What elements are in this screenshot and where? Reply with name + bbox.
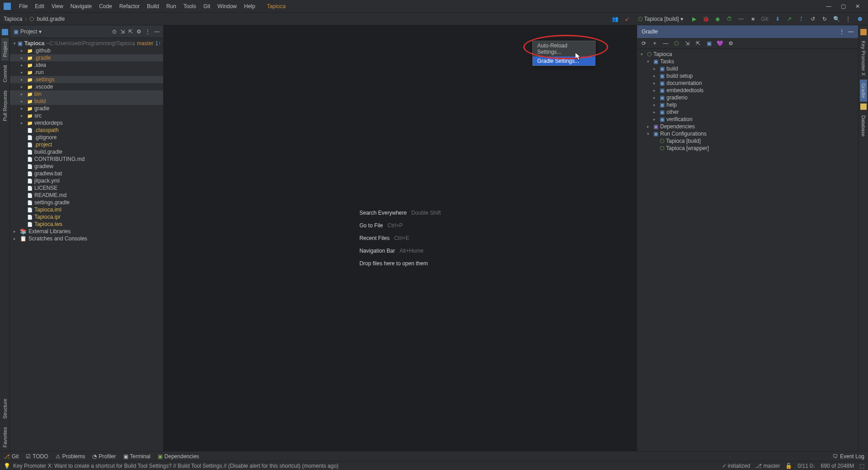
tree-item[interactable]: 📄LICENSE xyxy=(10,184,163,192)
tree-arrow-icon[interactable] xyxy=(21,99,25,103)
tree-arrow-icon[interactable] xyxy=(653,74,658,78)
gutter-gradle[interactable]: Gradle xyxy=(860,80,867,102)
settings-icon[interactable]: ⋮ xyxy=(845,15,852,23)
gutter-favorites[interactable]: Favorites xyxy=(1,423,9,451)
tree-root[interactable]: ▣ Tapioca ~C:\Users\seb\Programming\Tapi… xyxy=(10,40,163,47)
gradle-detach-icon[interactable]: — xyxy=(662,40,669,47)
run-config-selector[interactable]: ⬡ Tapioca [build] ▾ xyxy=(635,15,686,23)
tree-arrow-icon[interactable] xyxy=(14,229,18,234)
tree-arrow-icon[interactable] xyxy=(653,88,658,93)
breadcrumb-root[interactable]: Tapioca xyxy=(4,16,22,22)
tree-arrow-icon[interactable] xyxy=(21,113,25,118)
gradle-project-icon[interactable]: ▣ xyxy=(706,40,712,47)
gutter-database[interactable]: Database xyxy=(860,112,867,140)
stop-icon[interactable]: ■ xyxy=(749,15,756,23)
strip-dependencies[interactable]: ▣Dependencies xyxy=(158,453,199,460)
expand-all-icon[interactable]: ⇲ xyxy=(120,28,125,35)
tree-arrow-icon[interactable] xyxy=(14,236,18,241)
panel-hide-icon[interactable]: — xyxy=(154,28,160,35)
tree-arrow-icon[interactable] xyxy=(653,117,658,122)
strip-todo[interactable]: ☑TODO xyxy=(26,453,48,460)
tree-arrow-icon[interactable] xyxy=(647,132,652,136)
close-icon[interactable]: ✕ xyxy=(854,3,861,9)
tree-external-libs[interactable]: 📚 External Libraries xyxy=(10,228,163,235)
strip-problems[interactable]: ⚠Problems xyxy=(56,453,85,460)
tree-item[interactable]: 📄gradlew.bat xyxy=(10,170,163,177)
project-gutter-icon[interactable] xyxy=(2,29,8,35)
debug-icon[interactable]: 🐞 xyxy=(702,15,709,23)
tree-arrow-icon[interactable] xyxy=(21,106,25,111)
tree-scratches[interactable]: 📋 Scratches and Consoles xyxy=(10,235,163,242)
gutter-pull-requests[interactable]: Pull Requests xyxy=(1,87,9,125)
run-icon[interactable]: ▶ xyxy=(690,15,698,23)
history-icon[interactable]: ↺ xyxy=(809,15,816,23)
tree-item[interactable]: 📁.idea xyxy=(10,61,163,69)
tree-arrow-icon[interactable] xyxy=(647,59,652,64)
tree-arrow-icon[interactable] xyxy=(653,66,658,71)
coverage-icon[interactable]: ◉ xyxy=(714,15,721,23)
tree-arrow-icon[interactable] xyxy=(21,77,25,82)
database-gutter-icon[interactable] xyxy=(860,103,867,110)
popup-auto-reload[interactable]: Auto-Reload Settings... xyxy=(533,41,595,56)
gradle-offline-icon[interactable]: 💜 xyxy=(717,40,723,47)
tree-arrow-icon[interactable] xyxy=(21,70,25,75)
panel-more-icon[interactable]: ⋮ xyxy=(145,28,150,35)
select-opened-icon[interactable]: ⊙ xyxy=(112,28,117,35)
gradle-task-group[interactable]: ▣help xyxy=(637,101,858,108)
maximize-icon[interactable]: ▢ xyxy=(840,3,846,9)
strip-terminal[interactable]: ▣Terminal xyxy=(123,453,150,460)
menu-tools[interactable]: Tools xyxy=(180,1,200,11)
tree-item[interactable]: 📄.classpath xyxy=(10,127,163,134)
gradle-settings-icon[interactable]: ⚙ xyxy=(727,40,734,47)
tree-item[interactable]: 📁.gradle xyxy=(10,54,163,61)
panel-settings-icon[interactable]: ⚙ xyxy=(136,28,141,35)
gradle-task-group[interactable]: ▣verification xyxy=(637,116,858,123)
menu-code[interactable]: Code xyxy=(95,1,116,11)
gradle-tasks[interactable]: ▣ Tasks xyxy=(637,58,858,65)
status-branch[interactable]: ⎇ master xyxy=(755,463,780,469)
project-tree[interactable]: ▣ Tapioca ~C:\Users\seb\Programming\Tapi… xyxy=(10,38,163,451)
tree-item[interactable]: 📁gradle xyxy=(10,105,163,112)
tree-item[interactable]: 📄build.gradle xyxy=(10,148,163,155)
popup-gradle-settings[interactable]: Gradle Settings... xyxy=(533,56,595,66)
commit-icon[interactable]: ↗ xyxy=(786,15,793,23)
gradle-run-configs[interactable]: ▣ Run Configurations xyxy=(637,130,858,137)
chevron-down-icon[interactable]: ▾ xyxy=(39,28,42,35)
menu-build[interactable]: Build xyxy=(143,1,163,11)
gradle-task-group[interactable]: ▣embeddedtools xyxy=(637,87,858,94)
gradle-tree[interactable]: ⬡ Tapioca ▣ Tasks ▣build▣build setup▣doc… xyxy=(637,49,858,154)
rollback-icon[interactable]: ↻ xyxy=(821,15,828,23)
tree-arrow-icon[interactable] xyxy=(653,103,658,107)
tree-item[interactable]: 📁.vscode xyxy=(10,83,163,90)
tree-arrow-icon[interactable] xyxy=(14,41,16,46)
status-bulb-icon[interactable]: 💡 xyxy=(4,463,10,469)
tree-arrow-icon[interactable] xyxy=(653,110,658,114)
project-panel-title[interactable]: Project xyxy=(20,28,37,35)
tree-item[interactable]: 📄settings.gradle xyxy=(10,199,163,206)
menu-navigate[interactable]: Navigate xyxy=(67,1,95,11)
gradle-run-icon[interactable]: ⬡ xyxy=(673,40,680,47)
back-arrow-icon[interactable]: ↙ xyxy=(624,15,631,23)
tree-item[interactable]: 📁.run xyxy=(10,69,163,76)
tree-item[interactable]: 📁vendordeps xyxy=(10,119,163,127)
code-with-me-icon[interactable]: 👥 xyxy=(612,15,619,23)
gutter-project[interactable]: Project xyxy=(1,38,9,61)
status-inspections-icon[interactable]: ⬚ xyxy=(859,463,864,469)
gradle-task-group[interactable]: ▣gradlerio xyxy=(637,94,858,101)
gradle-runconfig-item[interactable]: ⬡ Tapioca [build] xyxy=(637,137,858,145)
gradle-panel-more-icon[interactable]: ⋮ xyxy=(839,28,845,35)
menu-refactor[interactable]: Refactor xyxy=(116,1,143,11)
menu-view[interactable]: View xyxy=(48,1,67,11)
gradle-refresh-icon[interactable]: ⟳ xyxy=(641,40,647,47)
tree-arrow-icon[interactable] xyxy=(641,52,645,56)
profile-icon[interactable]: ⏱ xyxy=(726,15,733,23)
tree-arrow-icon[interactable] xyxy=(21,92,25,96)
tree-item[interactable]: 📄Tapioca.iws xyxy=(10,221,163,228)
strip-event-log[interactable]: 🗨Event Log xyxy=(833,453,864,460)
gutter-key-promoter[interactable]: Key Promoter X xyxy=(860,37,867,80)
menu-window[interactable]: Window xyxy=(214,1,240,11)
tree-arrow-icon[interactable] xyxy=(21,121,25,125)
menu-help[interactable]: Help xyxy=(240,1,259,11)
update-project-icon[interactable]: ⬇ xyxy=(774,15,781,23)
tree-item[interactable]: 📁.github xyxy=(10,47,163,54)
